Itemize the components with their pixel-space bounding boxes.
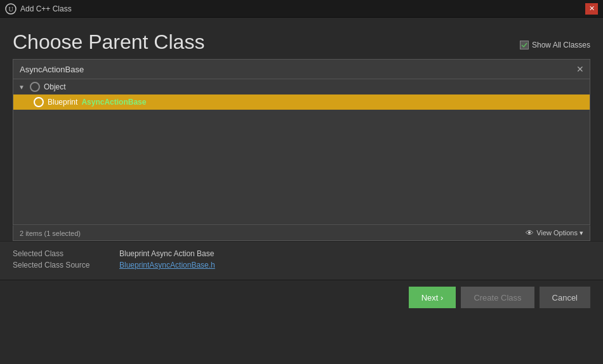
search-input[interactable] <box>13 59 590 79</box>
show-all-label[interactable]: Show All Classes <box>532 41 590 49</box>
eye-icon: 👁 <box>526 228 534 238</box>
class-item-object[interactable]: ▼ Object <box>13 79 590 94</box>
view-options-button[interactable]: 👁 View Options ▾ <box>526 228 583 238</box>
class-name-prefix: Blueprint <box>48 98 77 107</box>
show-all-classes-container: Show All Classes <box>520 30 590 49</box>
footer: Next › Create Class Cancel <box>0 280 603 315</box>
view-options-label: View Options ▾ <box>536 229 583 237</box>
search-clear-button[interactable]: ✕ <box>574 63 586 75</box>
class-list: ▼ Object BlueprintAsyncActionBase <box>13 79 590 225</box>
cancel-button[interactable]: Cancel <box>540 287 590 308</box>
selected-class-source-label: Selected Class Source <box>13 261 114 270</box>
class-item-blueprint-async[interactable]: BlueprintAsyncActionBase <box>13 94 590 110</box>
items-count: 2 items (1 selected) <box>20 230 81 237</box>
class-circle-icon <box>30 82 40 92</box>
main-content: Choose Parent Class This will add a C++ … <box>0 18 603 241</box>
ue-logo-icon: U <box>5 3 17 15</box>
show-all-checkbox[interactable] <box>520 41 529 49</box>
info-panel: Selected Class Blueprint Async Action Ba… <box>0 241 603 280</box>
selected-class-source-row: Selected Class Source BlueprintAsyncActi… <box>13 261 590 270</box>
page-title: Choose Parent Class <box>13 30 248 54</box>
title-bar-left: U Add C++ Class <box>5 3 72 15</box>
close-button[interactable]: ✕ <box>585 3 598 15</box>
search-container: ✕ <box>13 59 590 79</box>
selected-class-source-value[interactable]: BlueprintAsyncActionBase.h <box>119 261 215 270</box>
status-bar: 2 items (1 selected) 👁 View Options ▾ <box>13 225 590 241</box>
title-bar: U Add C++ Class ✕ <box>0 0 603 18</box>
create-class-button: Create Class <box>461 287 534 308</box>
window-title: Add C++ Class <box>20 4 72 13</box>
class-name-object: Object <box>44 82 66 91</box>
selected-class-value: Blueprint Async Action Base <box>119 249 214 258</box>
selected-class-row: Selected Class Blueprint Async Action Ba… <box>13 249 590 258</box>
class-circle-icon-selected <box>34 97 44 107</box>
expand-arrow-icon: ▼ <box>18 84 25 91</box>
svg-text:U: U <box>8 6 13 13</box>
class-name-highlight: AsyncActionBase <box>81 98 146 107</box>
next-button[interactable]: Next › <box>409 287 456 308</box>
selected-class-label: Selected Class <box>13 249 114 258</box>
